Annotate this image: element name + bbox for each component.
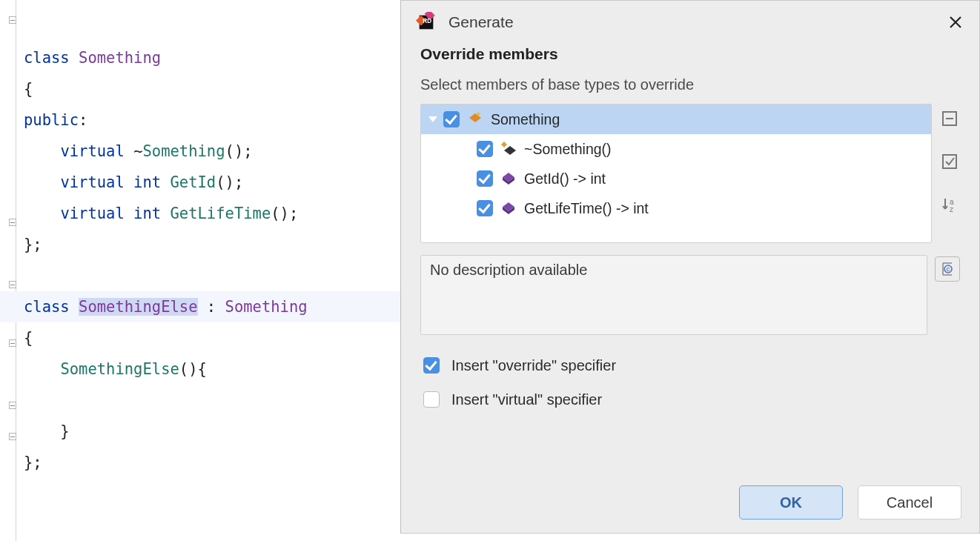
generate-dialog: RD Generate Override members Select memb… [400,0,980,534]
tree-label: GetLifeTime() -> int [524,200,649,217]
brace: }; [24,236,42,253]
destructor-icon [500,141,517,157]
svg-text:RD: RD [423,18,431,24]
svg-text:C: C [947,267,950,272]
subtitle: Select members of base types to override [420,76,960,93]
svg-rect-12 [943,155,956,168]
option-label: Insert "override" specifier [451,357,616,374]
fn-name: GetLifeTime [170,205,271,222]
tree-row[interactable]: GetLifeTime() -> int [421,193,931,223]
class-icon [467,111,483,127]
fold-marker-icon[interactable] [9,219,16,226]
rider-logo-icon: RD [416,12,437,33]
collapse-all-icon[interactable] [939,108,960,129]
fn-name: GetId [170,173,216,191]
svg-text:z: z [950,205,953,213]
dialog-footer: OK Cancel [739,485,961,520]
keyword-public: public [24,111,79,129]
keyword-virtual: virtual int [60,173,170,191]
keyword-class: class [24,49,79,67]
dialog-title: Generate [448,13,947,31]
class-name: Something [79,49,161,67]
svg-marker-4 [504,146,516,155]
colon: : [79,111,87,129]
fn-name: Something [142,142,225,160]
dialog-header: RD Generate [401,1,979,44]
keyword-class: class [24,298,79,316]
tree-row-root[interactable]: Something [421,104,931,134]
tree-label: ~Something() [524,141,612,158]
fold-marker-icon[interactable] [9,402,16,409]
option-override-specifier[interactable]: Insert "override" specifier [420,348,960,382]
tree-row[interactable]: GetId() -> int [421,164,931,193]
fold-marker-icon[interactable] [9,433,16,440]
brace: { [24,329,33,347]
checkbox[interactable] [443,111,460,127]
keyword-virtual: virtual [60,142,133,160]
expand-arrow-icon[interactable] [428,116,437,122]
close-icon[interactable] [947,13,964,31]
class-name-highlighted: SomethingElse [79,298,197,316]
brace: }; [24,454,42,471]
section-title: Override members [420,45,960,63]
tree-label: Something [491,111,560,128]
option-virtual-specifier[interactable]: Insert "virtual" specifier [420,382,960,416]
checkbox[interactable] [423,357,440,374]
fn-name: SomethingElse [60,360,179,378]
svg-rect-11 [946,118,953,119]
option-label: Insert "virtual" specifier [451,391,602,408]
options: Insert "override" specifier Insert "virt… [420,348,960,416]
sort-az-icon[interactable]: az [939,194,960,215]
tree-label: GetId() -> int [524,170,606,187]
svg-marker-5 [501,142,507,147]
method-icon [500,200,517,216]
checkbox[interactable] [477,200,493,216]
tree-row[interactable]: ~Something() [421,134,931,164]
fold-marker-icon[interactable] [9,281,16,288]
tree-side-toolbar: az [939,104,960,243]
copyright-tool-icon[interactable]: C [935,256,960,282]
cancel-button[interactable]: Cancel [858,485,961,520]
checkbox[interactable] [423,391,440,408]
keyword-virtual: virtual int [60,205,170,222]
fold-marker-icon[interactable] [9,339,16,347]
method-icon [500,170,517,187]
checkbox[interactable] [477,141,493,157]
base-class-name: Something [225,298,308,316]
ok-button[interactable]: OK [739,485,843,520]
fold-marker-icon[interactable] [9,16,16,24]
editor-gutter [0,0,16,541]
description-box: No description available [420,255,927,335]
select-all-icon[interactable] [939,151,960,172]
brace: { [24,80,33,98]
brace: } [24,422,70,440]
members-tree[interactable]: Something ~Something() GetId() -> int [420,104,932,243]
checkbox[interactable] [477,170,493,187]
